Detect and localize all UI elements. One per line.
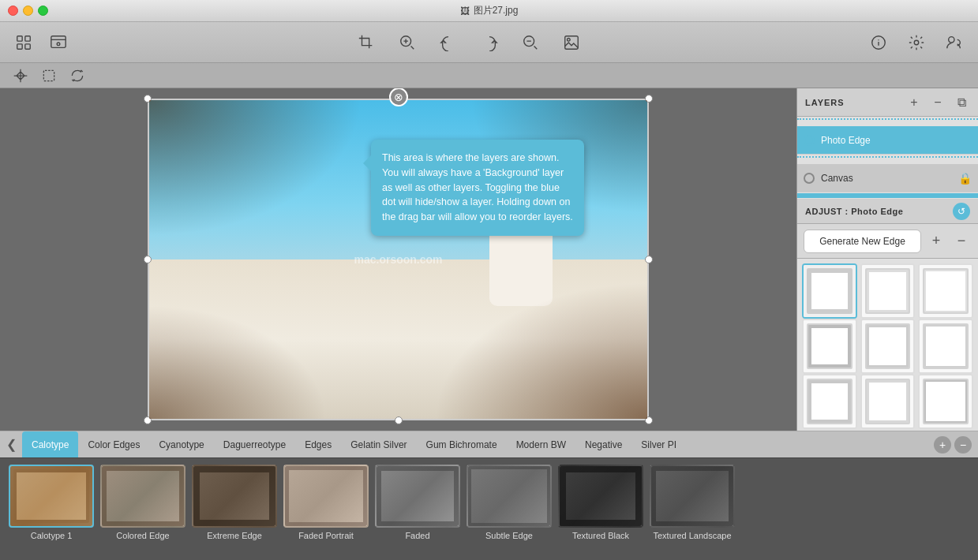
zoom-in-button[interactable] (393, 28, 422, 57)
info-button[interactable] (864, 28, 893, 57)
select-tool-button[interactable] (38, 65, 60, 87)
crop-button[interactable] (352, 28, 380, 57)
remove-layer-button[interactable]: ⊗ (389, 88, 408, 106)
toolbar-center (352, 28, 586, 57)
presets-strip: Calotype 1 Colored Edge Extreme Edge Fad… (0, 457, 978, 560)
toolbar-right (864, 28, 969, 57)
layer-canvas[interactable]: Canvas 🔒 (797, 164, 978, 192)
filter-tab-cyanotype[interactable]: Cyanotype (149, 431, 213, 458)
preset-thumb-extreme-edge (192, 465, 277, 528)
lock-icon: 🔒 (958, 172, 972, 185)
gallery-button[interactable] (9, 28, 38, 57)
preset-textured-landscape[interactable]: Textured Landscape (649, 465, 736, 554)
zoom-in-icon (399, 34, 416, 51)
thumb-5[interactable] (860, 319, 916, 374)
thumb-7[interactable] (802, 374, 857, 429)
filter-tab-add-button[interactable]: + (934, 436, 951, 454)
preset-label-extreme-edge: Extreme Edge (207, 531, 262, 540)
layer-visibility-dot[interactable] (804, 135, 815, 146)
close-button[interactable] (8, 6, 18, 16)
adjust-header: ADJUST : Photo Edge ↺ (797, 199, 978, 224)
main-content: mac.orsoon.com ⊗ This area is where the … (0, 88, 978, 431)
filter-tab-negative[interactable]: Negative (575, 431, 631, 458)
thumb-3[interactable] (918, 263, 973, 319)
ground-layer (149, 259, 647, 419)
layer-canvas-dot[interactable] (804, 173, 815, 184)
thumb-6[interactable] (918, 319, 973, 374)
filter-tab-gum-bichromate[interactable]: Gum Bichromate (417, 431, 507, 458)
preset-label-textured-landscape: Textured Landscape (653, 531, 731, 540)
filter-tab-gelatin-silver[interactable]: Gelatin Silver (341, 431, 416, 458)
rotate-left-button[interactable] (434, 28, 463, 57)
thumb-inner-4 (804, 320, 856, 372)
layers-header: LAYERS + − ⧉ (797, 88, 978, 117)
filter-tabs-bar: ❮ Calotype Color Edges Cyanotype Daguerr… (0, 431, 978, 457)
edge-remove-button[interactable]: − (951, 231, 972, 252)
rotate-right-icon (481, 34, 498, 51)
minimize-button[interactable] (23, 6, 33, 16)
generate-new-edge-button[interactable]: Generate New Edge (804, 230, 921, 253)
thumb-inner-2 (862, 265, 914, 317)
edge-add-button[interactable]: + (926, 231, 946, 252)
move-icon (13, 68, 28, 84)
svg-rect-1 (25, 35, 30, 40)
rotate-right-button[interactable] (475, 28, 504, 57)
preset-calotype-1[interactable]: Calotype 1 (8, 465, 95, 554)
settings-button[interactable] (902, 28, 931, 57)
svg-point-11 (914, 40, 919, 45)
filter-tab-edges[interactable]: Edges (295, 431, 341, 458)
thumb-4[interactable] (802, 319, 857, 374)
window-title: 🖼 图片27.jpg (460, 4, 519, 17)
info-icon (870, 34, 887, 51)
filter-tab-arrow-left[interactable]: ❮ (0, 431, 22, 458)
users-button[interactable] (940, 28, 969, 57)
svg-rect-3 (25, 43, 30, 48)
svg-rect-8 (564, 35, 578, 49)
traffic-lights (0, 6, 48, 16)
preset-colored-edge[interactable]: Colored Edge (99, 465, 186, 554)
filter-tab-modern-bw[interactable]: Modern BW (507, 431, 575, 458)
crop-icon (358, 34, 375, 51)
filter-tab-silver-pi[interactable]: Silver PI (631, 431, 686, 458)
svg-rect-2 (17, 43, 22, 48)
image-button[interactable] (557, 28, 586, 57)
preset-subtle-edge[interactable]: Subtle Edge (466, 465, 553, 554)
preset-thumb-subtle-edge (467, 465, 552, 528)
layer-name-canvas: Canvas (821, 173, 952, 184)
preset-faded-portrait[interactable]: Faded Portrait (283, 465, 369, 554)
users-icon (946, 34, 963, 51)
select-icon (41, 68, 57, 84)
preset-label-subtle-edge: Subtle Edge (485, 531, 533, 540)
layer-photo-edge[interactable]: Photo Edge (797, 126, 978, 155)
thumb-8[interactable] (860, 374, 916, 429)
svg-point-5 (57, 43, 60, 46)
thumb-1[interactable] (802, 263, 857, 319)
filter-tab-daguerreotype[interactable]: Daguerreotype (214, 431, 295, 458)
filter-tab-color-edges[interactable]: Color Edges (78, 431, 149, 458)
thumb-inner-3 (920, 265, 972, 317)
preset-label-textured-black: Textured Black (572, 531, 629, 540)
add-layer-button[interactable]: + (905, 94, 923, 111)
maximize-button[interactable] (38, 6, 48, 16)
preset-faded[interactable]: Faded (374, 465, 461, 554)
refresh-tool-button[interactable] (66, 65, 88, 87)
right-panel: LAYERS + − ⧉ Photo Edge Canvas 🔒 ADJUST … (796, 88, 978, 431)
thumb-2[interactable] (860, 263, 916, 319)
adjust-reset-button[interactable]: ↺ (953, 203, 970, 220)
remove-layer-panel-button[interactable]: − (929, 94, 946, 111)
thumb-9[interactable] (918, 374, 973, 429)
filter-tab-remove-button[interactable]: − (954, 436, 972, 454)
zoom-out-button[interactable] (516, 28, 545, 57)
filter-tab-calotype[interactable]: Calotype (22, 431, 78, 458)
layer-separator-mid (797, 156, 978, 162)
rotate-left-icon (440, 34, 457, 51)
layers-tooltip: This area is where the layers are shown.… (371, 140, 584, 236)
edge-thumbnail-grid (797, 259, 978, 431)
gallery-icon (15, 34, 32, 51)
preset-textured-black[interactable]: Textured Black (557, 465, 644, 554)
copy-layer-button[interactable]: ⧉ (953, 94, 970, 111)
preset-extreme-edge[interactable]: Extreme Edge (191, 465, 278, 554)
preset-thumb-colored-edge (100, 465, 185, 528)
move-tool-button[interactable] (9, 65, 32, 87)
share-button[interactable] (44, 28, 73, 57)
